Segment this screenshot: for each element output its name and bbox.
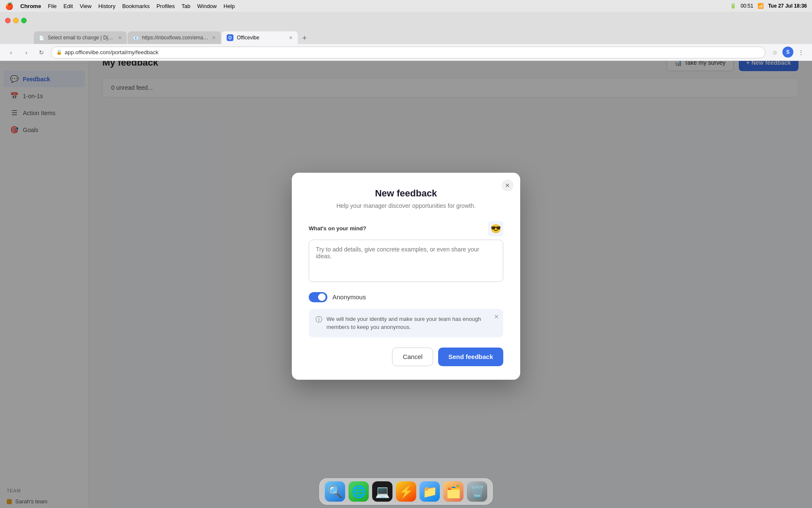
address-bar[interactable]: 🔒 app.officevibe.com/portal/my/feedback bbox=[51, 47, 765, 58]
battery-icon: 🔋 bbox=[730, 3, 736, 9]
menu-help[interactable]: Help bbox=[224, 3, 235, 9]
emoji-icon: 😎 bbox=[491, 224, 501, 234]
tab3-favicon: O bbox=[227, 34, 233, 41]
info-banner-text: We will hide your identity and make sure… bbox=[326, 315, 497, 331]
browser-titlebar bbox=[0, 12, 812, 29]
browser-tab-3[interactable]: O Officevibe ✕ bbox=[222, 31, 298, 44]
bookmark-button[interactable]: ☆ bbox=[769, 47, 781, 58]
tab2-label: https://inboxflows.com/emails/ bbox=[142, 35, 208, 41]
browser-tab-1[interactable]: 📄 Select email to change | Djang... ✕ bbox=[34, 31, 127, 44]
tab1-label: Select email to change | Djang... bbox=[48, 35, 115, 41]
dock-finder[interactable]: 🔍 bbox=[325, 481, 345, 502]
more-button[interactable]: ⋮ bbox=[795, 47, 807, 58]
toggle-thumb bbox=[318, 293, 326, 301]
refresh-button[interactable]: ↻ bbox=[36, 47, 47, 58]
dock-files[interactable]: 📁 bbox=[420, 481, 440, 502]
anonymous-toggle[interactable] bbox=[309, 292, 327, 302]
info-banner-close[interactable]: ✕ bbox=[494, 313, 499, 320]
menu-view[interactable]: View bbox=[80, 3, 91, 9]
menu-history[interactable]: History bbox=[98, 3, 115, 9]
menu-tab[interactable]: Tab bbox=[181, 3, 190, 9]
dock-archive[interactable]: 🗂️ bbox=[443, 481, 464, 502]
minimize-window-button[interactable] bbox=[13, 18, 19, 23]
modal-footer: Cancel Send feedback bbox=[309, 348, 503, 366]
tab3-label: Officevibe bbox=[237, 35, 259, 41]
emoji-picker-button[interactable]: 😎 bbox=[488, 221, 503, 236]
modal-subtitle: Help your manager discover opportunities… bbox=[309, 202, 503, 209]
menu-window[interactable]: Window bbox=[197, 3, 217, 9]
info-banner: ⓘ We will hide your identity and make su… bbox=[309, 309, 503, 337]
tab1-close[interactable]: ✕ bbox=[118, 35, 122, 41]
info-icon: ⓘ bbox=[315, 315, 322, 324]
anonymous-label: Anonymous bbox=[332, 293, 366, 301]
dock: 🔍 🌐 💻 ⚡ 📁 🗂️ 🗑️ bbox=[319, 478, 493, 505]
browser-toolbar: ‹ › ↻ 🔒 app.officevibe.com/portal/my/fee… bbox=[0, 44, 812, 61]
clock: Tue 27 Jul 18:36 bbox=[768, 3, 807, 9]
traffic-lights bbox=[5, 18, 27, 23]
modal-title: New feedback bbox=[309, 188, 503, 199]
field-label: What's on your mind? bbox=[309, 225, 366, 232]
feedback-textarea[interactable] bbox=[309, 240, 503, 282]
browser-tabs: 📄 Select email to change | Djang... ✕ 📧 … bbox=[0, 29, 812, 44]
menu-bar: 🍎 Chrome File Edit View History Bookmark… bbox=[0, 0, 812, 12]
cancel-button[interactable]: Cancel bbox=[392, 348, 433, 366]
forward-button[interactable]: › bbox=[20, 47, 32, 58]
menu-file[interactable]: File bbox=[48, 3, 57, 9]
profile-button[interactable]: S bbox=[782, 47, 793, 58]
dock-lightning[interactable]: ⚡ bbox=[396, 481, 416, 502]
menu-bookmarks[interactable]: Bookmarks bbox=[122, 3, 150, 9]
tab2-close[interactable]: ✕ bbox=[212, 35, 216, 41]
lock-icon: 🔒 bbox=[56, 50, 62, 55]
menu-profiles[interactable]: Profiles bbox=[156, 3, 175, 9]
modal-close-button[interactable]: ✕ bbox=[502, 179, 513, 191]
app-name[interactable]: Chrome bbox=[20, 3, 41, 9]
tab2-favicon: 📧 bbox=[133, 35, 139, 41]
apple-menu[interactable]: 🍎 bbox=[5, 2, 14, 10]
new-tab-button[interactable]: + bbox=[299, 32, 310, 44]
address-text: app.officevibe.com/portal/my/feedback bbox=[65, 49, 159, 55]
menu-edit[interactable]: Edit bbox=[63, 3, 73, 9]
modal-overlay[interactable]: ✕ New feedback Help your manager discove… bbox=[0, 44, 812, 508]
dock-trash[interactable]: 🗑️ bbox=[467, 481, 487, 502]
dock-chrome[interactable]: 🌐 bbox=[348, 481, 369, 502]
tab3-close[interactable]: ✕ bbox=[289, 35, 293, 41]
browser-tab-2[interactable]: 📧 https://inboxflows.com/emails/ ✕ bbox=[128, 31, 221, 44]
maximize-window-button[interactable] bbox=[21, 18, 27, 23]
new-feedback-modal: ✕ New feedback Help your manager discove… bbox=[292, 173, 520, 380]
dock-terminal[interactable]: 💻 bbox=[372, 481, 392, 502]
anonymous-row: Anonymous bbox=[309, 292, 503, 302]
battery-time: 00:51 bbox=[741, 3, 753, 9]
close-window-button[interactable] bbox=[5, 18, 11, 23]
browser-chrome: 📄 Select email to change | Djang... ✕ 📧 … bbox=[0, 12, 812, 61]
wifi-icon: 📶 bbox=[757, 3, 764, 9]
back-button[interactable]: ‹ bbox=[5, 47, 17, 58]
tab1-favicon: 📄 bbox=[39, 35, 44, 41]
send-feedback-button[interactable]: Send feedback bbox=[438, 348, 503, 366]
field-label-row: What's on your mind? 😎 bbox=[309, 221, 503, 236]
